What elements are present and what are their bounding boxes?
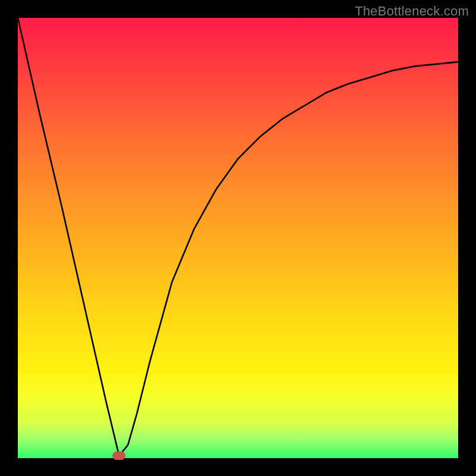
chart-plot-area (18, 18, 458, 458)
optimal-point-marker (112, 452, 126, 460)
bottleneck-curve (18, 18, 458, 458)
watermark-text: TheBottleneck.com (355, 4, 469, 19)
